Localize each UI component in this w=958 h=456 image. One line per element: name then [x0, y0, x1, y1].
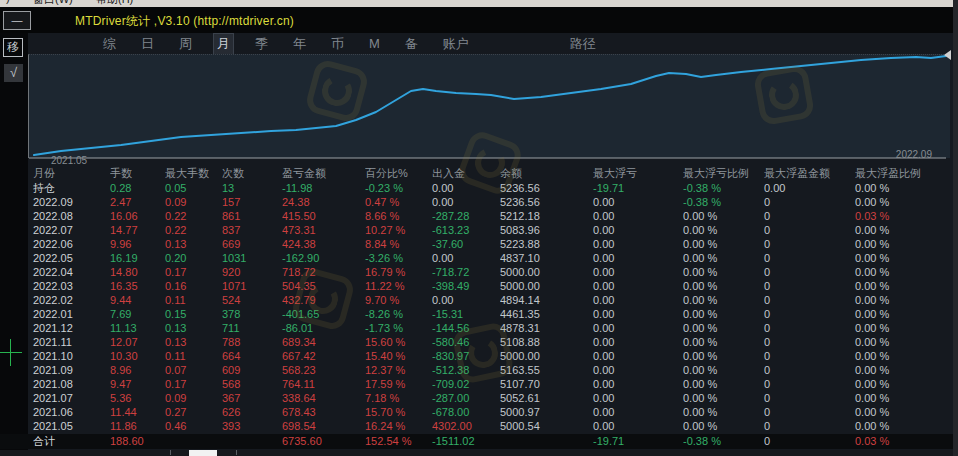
table-row[interactable]: 2021.075.360.09367338.647.18 %-287.00505… [0, 391, 958, 405]
column-header[interactable]: 最大手数 [165, 166, 222, 181]
value-cell: 0.27 [165, 405, 222, 419]
value-cell: 0.00 % [683, 335, 764, 349]
tab-账户[interactable]: 账户 [440, 34, 472, 54]
value-cell: 0.00 % [683, 419, 764, 433]
column-header[interactable]: 盈亏金额 [282, 166, 365, 181]
value-cell: 0.03 % [855, 434, 958, 449]
column-header[interactable]: 手数 [110, 166, 165, 181]
value-cell: -37.60 [432, 237, 500, 251]
value-cell: -613.23 [432, 223, 500, 237]
value-cell: 11.44 [110, 405, 165, 419]
value-cell: 0.00 % [683, 251, 764, 265]
title-bar: — MTDriver统计 ,V3.10 (http://mtdriver.cn) [0, 7, 958, 33]
table-row[interactable]: 2022.0316.350.161071504.3511.22 %-398.49… [0, 279, 958, 293]
column-header[interactable]: 次数 [222, 166, 282, 181]
value-cell: 0.00 % [683, 349, 764, 363]
scrollbar-tick [236, 450, 237, 455]
value-cell: 0.13 [165, 321, 222, 335]
column-header[interactable]: 百分比% [365, 166, 432, 181]
value-cell: 5083.96 [500, 223, 593, 237]
value-cell: 15.70 % [365, 405, 432, 419]
value-cell: 0.00 % [855, 335, 958, 349]
table-row[interactable]: 2022.0816.060.22861415.508.66 %-287.2852… [0, 209, 958, 223]
menu-item-window[interactable]: 窗口(W) [33, 0, 73, 7]
table-row[interactable]: 2022.0516.190.201031-162.90-3.26 %0.0048… [0, 251, 958, 265]
value-cell: 0.00 [432, 195, 500, 209]
move-tool-button[interactable]: 移 [3, 38, 23, 57]
value-cell: 711 [222, 321, 282, 335]
value-cell: 0.00 [593, 209, 683, 223]
value-cell [222, 434, 282, 449]
tab-path[interactable]: 路径 [567, 34, 599, 54]
value-cell: 0 [764, 293, 855, 307]
value-cell: 667.42 [282, 349, 365, 363]
value-cell: -15.31 [432, 307, 500, 321]
value-cell: 4461.35 [500, 307, 593, 321]
month-cell: 2022.04 [33, 265, 110, 279]
table-row[interactable]: 2022.0414.800.17920718.7216.79 %-718.725… [0, 265, 958, 279]
table-row[interactable]: 2022.0714.770.22837473.3110.27 %-613.235… [0, 223, 958, 237]
tab-M[interactable]: M [366, 35, 383, 52]
value-cell: 0.00 [593, 377, 683, 391]
value-cell: 0.00 % [855, 265, 958, 279]
value-cell: 0.00 % [855, 321, 958, 335]
value-cell: 0.00 [593, 335, 683, 349]
value-cell: 9.47 [110, 377, 165, 391]
month-cell: 2021.12 [33, 321, 110, 335]
column-header[interactable]: 最大浮盈金额 [764, 166, 855, 181]
tab-季[interactable]: 季 [252, 34, 271, 54]
column-header[interactable]: 月份 [33, 166, 110, 181]
value-cell: 5107.70 [500, 377, 593, 391]
tab-日[interactable]: 日 [138, 34, 157, 54]
value-cell: -718.72 [432, 265, 500, 279]
scrollbar-thumb[interactable] [189, 450, 217, 456]
value-cell: 5000.54 [500, 419, 593, 433]
value-cell: 0.00 [432, 251, 500, 265]
table-row[interactable]: 2022.092.470.0915724.380.47 %0.005236.56… [0, 195, 958, 209]
value-cell: 0.00 [593, 195, 683, 209]
value-cell: 920 [222, 265, 282, 279]
value-cell: 11.22 % [365, 279, 432, 293]
tab-备[interactable]: 备 [402, 34, 421, 54]
table-row[interactable]: 2022.029.440.11524432.799.70 %0.004894.1… [0, 293, 958, 307]
horizontal-scrollbar[interactable] [0, 450, 958, 456]
column-header[interactable]: 最大浮盈比例 [855, 166, 958, 181]
column-header[interactable]: 最大浮亏比例 [683, 166, 764, 181]
value-cell: 0.00 % [683, 321, 764, 335]
table-row[interactable]: 2022.017.690.15378-401.65-8.26 %-15.3144… [0, 307, 958, 321]
value-cell: 0.13 [165, 335, 222, 349]
value-cell: 16.19 [110, 251, 165, 265]
column-header[interactable]: 最大浮亏 [593, 166, 683, 181]
value-cell: 0.00 % [683, 363, 764, 377]
value-cell: 689.34 [282, 335, 365, 349]
value-cell: 12.07 [110, 335, 165, 349]
value-cell: 0.00 % [855, 377, 958, 391]
value-cell: 5236.56 [500, 195, 593, 209]
value-cell: -0.38 % [683, 195, 764, 209]
value-cell: 0.11 [165, 349, 222, 363]
value-cell: 5000.00 [500, 279, 593, 293]
value-cell: 678.43 [282, 405, 365, 419]
value-cell: 14.77 [110, 223, 165, 237]
tab-币[interactable]: 币 [328, 34, 347, 54]
tab-年[interactable]: 年 [290, 34, 309, 54]
table-row[interactable]: 2022.069.960.13669424.388.84 %-37.605223… [0, 237, 958, 251]
menu-item-help[interactable]: 帮助(H) [96, 0, 133, 7]
value-cell: 0 [764, 209, 855, 223]
value-cell: 0.05 [165, 181, 222, 195]
value-cell: 568.23 [282, 363, 365, 377]
minimize-button[interactable]: — [3, 11, 31, 30]
value-cell: 188.60 [110, 434, 165, 449]
table-row[interactable]: 2021.0511.860.46393698.5416.24 %4302.005… [0, 419, 958, 433]
value-cell: 0 [764, 195, 855, 209]
tab-综[interactable]: 综 [100, 34, 119, 54]
value-cell: 5108.88 [500, 335, 593, 349]
check-tool-button[interactable]: √ [4, 64, 23, 82]
tab-周[interactable]: 周 [176, 34, 195, 54]
value-cell: 0 [764, 223, 855, 237]
table-row[interactable]: 2021.0611.440.27626678.4315.70 %-678.005… [0, 405, 958, 419]
month-cell: 2021.10 [33, 349, 110, 363]
value-cell: 0.00 [593, 307, 683, 321]
tab-月[interactable]: 月 [214, 34, 233, 54]
value-cell: 0 [764, 237, 855, 251]
